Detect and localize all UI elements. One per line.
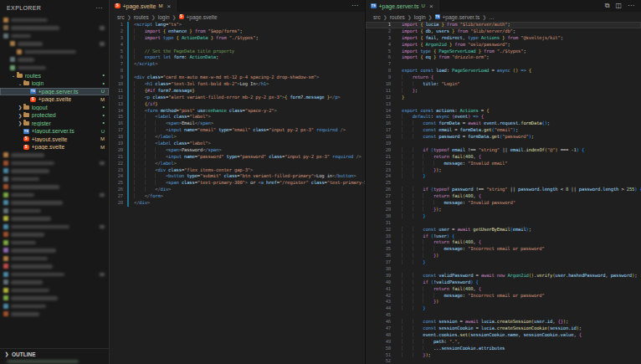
breadcrumb-symbol-tail[interactable]: … (489, 14, 495, 20)
breadcrumb[interactable]: src❯routes❯login❯+page.server.ts❯… (366, 12, 641, 22)
code-line[interactable]: 27 </form> (110, 193, 365, 200)
explorer-item-redacted[interactable] (0, 254, 109, 263)
code-line[interactable]: 44 } (366, 305, 641, 312)
code-line[interactable]: 39 const validPassword = await new Argon… (366, 273, 641, 279)
close-icon[interactable]: × (429, 3, 433, 10)
breadcrumb-item[interactable]: src (117, 14, 125, 20)
code-line[interactable]: 37 } (366, 259, 641, 266)
tab-page-server-ts[interactable]: +page.server.ts U × (366, 0, 439, 12)
code-line[interactable]: 5import type { PageServerLoad } from "./… (366, 49, 641, 55)
explorer-item-redacted[interactable] (0, 238, 109, 247)
code-line[interactable]: 27 return fail(400, { (366, 193, 641, 200)
code-line[interactable]: 16 <span>Email</span> (110, 120, 365, 127)
code-line[interactable]: 3 import type { ActionData } from "./$ty… (110, 35, 365, 42)
code-line[interactable]: 14 <form method="post" use:enhance class… (110, 108, 365, 115)
explorer-item--page-svelte[interactable]: +page.svelteM (0, 143, 109, 151)
code-line[interactable]: 11 {#if form?.message} (110, 88, 365, 95)
explorer-item-redacted[interactable] (0, 159, 109, 167)
explorer-item-redacted[interactable] (0, 231, 109, 239)
explorer-item-redacted[interactable] (0, 263, 109, 271)
code-line[interactable]: 8 (110, 68, 365, 74)
code-line[interactable]: 28 message: "Invalid password" (366, 200, 641, 207)
explorer-item-redacted[interactable] (0, 223, 109, 231)
code-line[interactable]: 9<div class="card mx-auto max-w-md mt-12… (110, 74, 365, 81)
code-line[interactable]: 35 message: "Incorrect email or password… (366, 246, 641, 253)
code-line[interactable]: 4import { Argon2id } from "oslo/password… (366, 42, 641, 49)
explorer-item-redacted[interactable] (0, 183, 109, 192)
explorer-item-redacted[interactable] (0, 40, 109, 49)
code-line[interactable]: 20 if (typeof email !== "string" || emai… (366, 147, 641, 154)
code-line[interactable]: 1import { lucia } from "$lib/server/auth… (366, 22, 641, 28)
code-line[interactable]: 47 const sessionCookie = lucia.createSes… (366, 326, 641, 332)
explorer-item-redacted[interactable] (0, 16, 109, 24)
code-line[interactable]: 40 if (!validPassword) { (366, 279, 641, 286)
code-line[interactable]: 33 if (!user) { (366, 233, 641, 240)
code-line[interactable]: 31 (366, 220, 641, 227)
code-line[interactable]: 29 }); (366, 207, 641, 213)
explorer-item-redacted[interactable] (0, 207, 109, 215)
explorer-item--layout-svelte[interactable]: +layout.svelteM (0, 136, 109, 144)
code-line[interactable]: 21 <input name="password" type="password… (110, 154, 365, 161)
code-line[interactable]: 2 import { enhance } from "$app/forms"; (110, 28, 365, 35)
code-line[interactable]: 34 return fail(400, { (366, 239, 641, 246)
code-line[interactable]: 13 {/if} (110, 101, 365, 108)
breadcrumb-item[interactable]: routes (134, 14, 149, 20)
code-line[interactable]: 22 </label> (110, 161, 365, 167)
explorer-item-redacted[interactable] (0, 167, 109, 176)
explorer-item-redacted[interactable] (0, 64, 109, 72)
code-line[interactable]: 43 }) (366, 299, 641, 305)
code-line[interactable]: 19 (366, 141, 641, 147)
code-line[interactable]: 3import { fail, redirect, type Actions }… (366, 35, 641, 42)
code-line[interactable]: 17 <input name="email" type="email" clas… (110, 127, 365, 134)
code-line[interactable]: 2import { db, users } from "$lib/server/… (366, 28, 641, 35)
code-line[interactable]: 12} (366, 95, 641, 101)
explorer-item-redacted[interactable] (0, 215, 109, 223)
explorer-item-redacted[interactable] (0, 175, 109, 183)
code-line[interactable]: 23 <div class="flex items-center gap-3"> (110, 167, 365, 174)
close-icon[interactable]: × (167, 3, 171, 10)
code-line[interactable]: 20 <span>Password</span> (110, 147, 365, 154)
explorer-item-login[interactable]: ⌄login• (0, 79, 109, 88)
tab-page-svelte[interactable]: +page.svelte M × (110, 0, 177, 12)
breadcrumb[interactable]: src❯routes❯login❯+page.svelte (110, 12, 365, 22)
code-line[interactable]: 7 (366, 61, 641, 68)
code-line[interactable]: 10 <h1 class="text-3xl font-bold mb-2">L… (110, 81, 365, 88)
explorer-item-routes[interactable]: ⌄routes• (0, 72, 109, 80)
code-line[interactable]: 18 </label> (110, 134, 365, 141)
code-line[interactable]: 30 } (366, 213, 641, 220)
explorer-item-redacted[interactable] (0, 279, 109, 287)
code-line[interactable]: 46 const session = await lucia.createSes… (366, 319, 641, 326)
code-line[interactable]: 28</div> (110, 200, 365, 207)
explorer-item-redacted[interactable] (0, 247, 109, 255)
code-line[interactable]: 26 </div> (110, 187, 365, 193)
code-line[interactable]: 48 event.cookies.set(sessionCookie.name,… (366, 332, 641, 339)
breadcrumb-file[interactable]: +page.svelte (187, 14, 218, 20)
code-line[interactable]: 4 (110, 42, 365, 49)
more-actions-icon[interactable]: ⋯ (628, 3, 634, 9)
code-line[interactable]: 45 (366, 312, 641, 319)
code-line[interactable]: 12 <p class="alert variant-filled-error … (110, 95, 365, 101)
code-line[interactable]: 9 return { (366, 74, 641, 81)
explorer-item-redacted[interactable] (0, 270, 109, 279)
explorer-item-register[interactable]: ❯register• (0, 120, 109, 128)
code-line[interactable]: 42 message: "Incorrect email or password… (366, 293, 641, 300)
code-line[interactable]: 8export const load: PageServerLoad = asy… (366, 68, 641, 74)
explorer-item-redacted[interactable] (0, 310, 109, 319)
explorer-item-redacted[interactable] (0, 56, 109, 64)
explorer-item-redacted[interactable] (0, 151, 109, 160)
code-line[interactable]: 6 export let form: ActionData; (110, 54, 365, 61)
explorer-item-redacted[interactable] (0, 48, 109, 56)
code-line[interactable]: 11 }; (366, 88, 641, 95)
code-line[interactable]: 14export const actions: Actions = { (366, 108, 641, 115)
code-line[interactable]: 26 if (typeof password !== "string" || p… (366, 187, 641, 193)
code-line[interactable]: 52 (366, 358, 641, 364)
open-changes-icon[interactable]: ⧉ (605, 3, 610, 9)
outline-section-header[interactable]: ❯ OUTLINE (0, 348, 109, 359)
code-line[interactable]: 17 const email = formData.get("email"); (366, 127, 641, 134)
code-line[interactable]: 25 (366, 180, 641, 187)
code-line[interactable]: 21 return fail(400, { (366, 154, 641, 161)
code-line[interactable]: 15 <label class="label"> (110, 114, 365, 120)
code-line[interactable]: 23 }); (366, 167, 641, 174)
code-line[interactable]: 25 <span class="text-primary-300"> or <a… (110, 180, 365, 187)
breadcrumb-file[interactable]: +page.server.ts (443, 14, 480, 20)
